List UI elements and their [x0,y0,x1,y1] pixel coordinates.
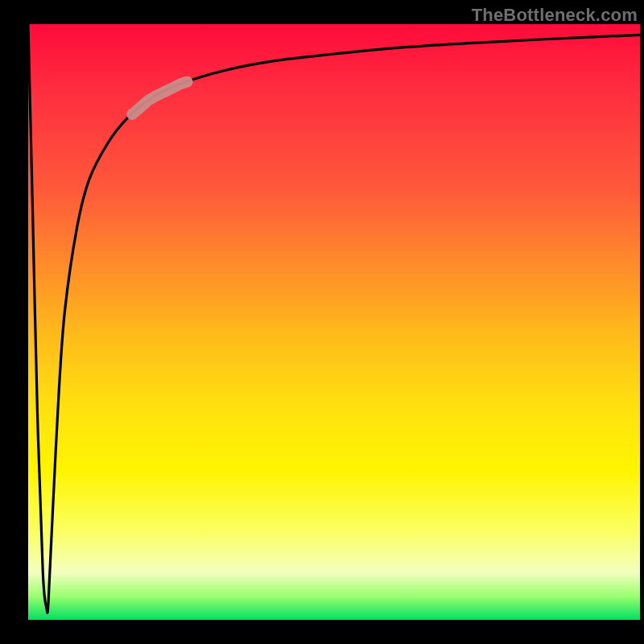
curve-layer [28,24,640,620]
curve-path [28,24,640,613]
watermark-text: TheBottleneck.com [472,5,638,26]
curve-highlight [132,82,187,114]
plot-area [28,24,640,620]
chart-frame: TheBottleneck.com [0,0,644,644]
